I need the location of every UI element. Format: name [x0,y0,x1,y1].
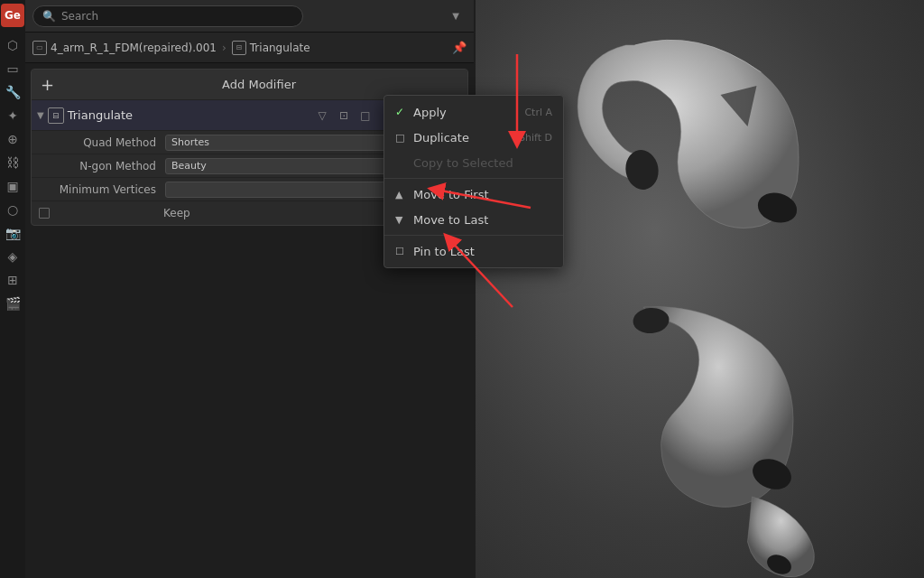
menu-item-move-to-last[interactable]: ▼ Move to Last [384,207,563,232]
menu-divider-2 [384,235,563,236]
modifier-breadcrumb-name: Triangulate [250,42,310,54]
ngon-method-label: N-gon Method [39,160,165,172]
particles-icon[interactable]: ✦ [2,105,23,126]
modifier-render-icon[interactable]: ▽ [312,106,332,126]
viewport-background [476,0,924,578]
menu-item-pin-to-last[interactable]: ☐ Pin to Last [384,238,563,264]
quad-method-label: Quad Method [39,136,165,149]
add-modifier-plus-button[interactable]: + [41,75,54,94]
object-name: 4_arm_R_1_FDM(repaired).001 [51,42,217,54]
modifier-type-icon: ⊟ [48,107,64,124]
modifier-wrench-icon[interactable]: 🔧 [2,81,23,103]
breadcrumb-separator: › [222,42,226,54]
duplicate-label: Duplicate [413,131,469,144]
keep-label: Keep [163,207,190,219]
search-box[interactable]: 🔍 Search [32,5,303,27]
menu-item-duplicate[interactable]: □ Duplicate Shift D [384,125,563,150]
keep-checkbox[interactable] [39,208,50,219]
physics-icon[interactable]: ⊕ [2,128,23,150]
scene-object-icon[interactable]: ⬡ [2,34,23,56]
modifier-edit-icon[interactable]: ⊡ [334,106,354,126]
breadcrumb-object[interactable]: ▭ 4_arm_R_1_FDM(repaired).001 [32,41,217,55]
modifier-panel: + Add Modifier ▼ ⊟ Triangulate ▽ ⊡ □ ⊙ ▾… [31,69,468,226]
modifier-name-label: Triangulate [68,108,309,122]
search-icon: 🔍 [42,10,56,23]
properties-panel: 🔍 Search ▼ ▭ 4_arm_R_1_FDM(repaired).001… [25,0,474,578]
view-layer-icon[interactable]: ⊞ [2,269,23,291]
constraints-icon[interactable]: ⛓ [2,152,23,173]
copy-to-selected-label: Copy to Selected [413,156,513,170]
duplicate-icon: □ [395,132,408,144]
modifier-display-icon[interactable]: □ [356,106,375,126]
render-icon[interactable]: 📷 [2,222,23,244]
move-to-first-label: Move to First [413,188,489,201]
left-sidebar: Ge ⬡ ▭ 🔧 ✦ ⊕ ⛓ ▣ ○ 📷 ◈ ⊞ 🎬 [0,0,25,578]
pin-to-last-icon: ☐ [395,246,408,257]
object-props-icon[interactable]: ▣ [2,175,23,197]
menu-item-copy-to-selected: Copy to Selected [384,150,563,175]
scene-icon[interactable]: 🎬 [2,293,23,314]
output-icon[interactable]: ◈ [2,246,23,267]
3d-viewport [476,0,924,578]
search-dropdown-arrow[interactable]: ▼ [445,5,467,27]
move-to-first-icon: ▲ [395,189,408,200]
pin-to-last-label: Pin to Last [413,245,475,258]
move-to-last-icon: ▼ [395,214,408,226]
move-to-last-label: Move to Last [413,213,488,227]
duplicate-shortcut: Shift D [519,132,552,144]
menu-divider-1 [384,178,563,179]
breadcrumb: ▭ 4_arm_R_1_FDM(repaired).001 › ⊟ Triang… [25,33,474,63]
3d-objects-svg [476,0,924,578]
add-modifier-label: Add Modifier [60,78,458,91]
context-menu: ✓ Apply Ctrl A □ Duplicate Shift D Copy … [383,95,564,268]
menu-item-apply[interactable]: ✓ Apply Ctrl A [384,99,563,125]
top-bar: 🔍 Search ▼ [25,0,474,33]
apply-shortcut: Ctrl A [524,107,552,118]
search-label: Search [61,10,98,23]
object-icon: ▭ [32,41,47,55]
min-vertices-label: Minimum Vertices [39,183,165,196]
modifier-doc-icon: ⊟ [232,41,246,55]
apply-label: Apply [413,106,447,119]
modifier-expand-icon[interactable]: ▼ [37,110,44,120]
pin-icon[interactable]: 📌 [452,41,467,54]
apply-check-icon: ✓ [395,106,408,118]
breadcrumb-modifier[interactable]: ⊟ Triangulate [232,41,310,55]
app-logo: Ge [1,4,24,27]
object-data-icon[interactable]: ▭ [2,58,23,79]
world-icon[interactable]: ○ [2,199,23,220]
menu-item-move-to-first[interactable]: ▲ Move to First [384,182,563,207]
